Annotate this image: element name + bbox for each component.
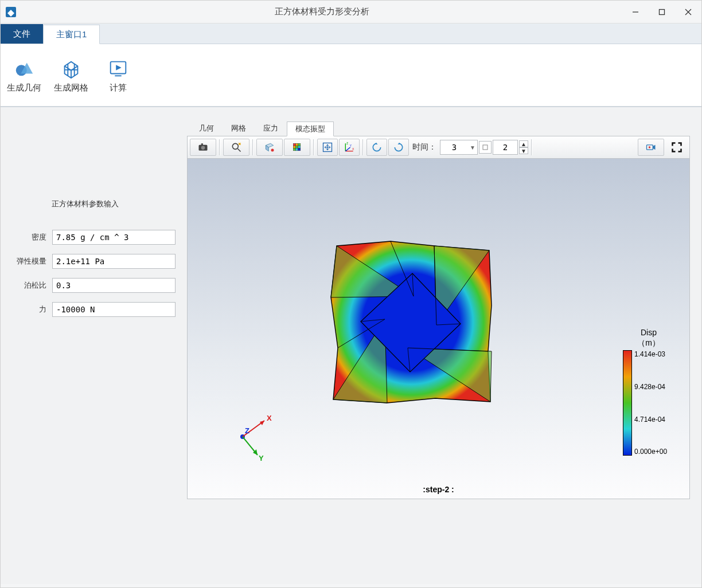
clip-plane-button[interactable] (256, 139, 283, 156)
svg-text:Z: Z (245, 426, 249, 435)
fullscreen-button[interactable] (666, 139, 687, 156)
svg-point-11 (201, 146, 205, 150)
svg-marker-8 (116, 65, 122, 70)
viewport-tab-stress[interactable]: 应力 (255, 121, 287, 136)
svg-line-14 (238, 149, 241, 152)
svg-text:Z: Z (346, 142, 348, 145)
svg-rect-23 (296, 148, 298, 151)
app-icon (4, 5, 18, 19)
fit-view-button[interactable] (317, 139, 338, 156)
zoom-button[interactable] (223, 139, 249, 156)
svg-rect-20 (296, 146, 298, 148)
form-row-elastic-modulus: 弹性模量 (12, 254, 176, 269)
svg-point-13 (232, 143, 238, 149)
viewport-tabs: 几何 网格 应力 模态振型 (190, 122, 690, 136)
colormap-ticks: 1.414e-03 9.428e-04 4.714e-04 0.000e+00 (634, 350, 667, 456)
svg-text:Y: Y (259, 454, 264, 462)
svg-text:X: X (352, 147, 354, 151)
force-label: 力 (12, 304, 52, 315)
toolbar-separator (219, 139, 220, 155)
colormap-button[interactable] (284, 139, 310, 156)
svg-marker-33 (397, 143, 399, 144)
generate-mesh-button[interactable]: 生成网格 (48, 44, 95, 106)
generate-geometry-label: 生成几何 (7, 83, 41, 93)
axis-view-button[interactable]: ZXY (339, 139, 360, 156)
form-row-density: 密度 (12, 230, 176, 245)
next-step-button[interactable] (388, 139, 409, 156)
svg-rect-22 (293, 148, 295, 151)
svg-rect-17 (296, 143, 298, 146)
minimize-button[interactable] (622, 1, 649, 23)
svg-point-37 (649, 146, 650, 148)
toolbar-separator (531, 139, 532, 155)
viewport-tab-geometry[interactable]: 几何 (190, 121, 223, 136)
ribbon-toolbar: 生成几何 生成网格 计算 (1, 44, 701, 107)
spin-up-button[interactable]: ▲ (519, 140, 528, 147)
svg-rect-12 (201, 143, 203, 145)
poisson-ratio-label: 泊松比 (12, 280, 52, 291)
form-row-poisson-ratio: 泊松比 (12, 278, 176, 293)
close-button[interactable] (675, 1, 701, 23)
svg-text:X: X (267, 414, 272, 422)
content-area: 正方体材料参数输入 密度 弹性模量 泊松比 力 几何 网格 (1, 107, 701, 584)
svg-rect-34 (483, 145, 487, 150)
viewport-3d[interactable]: X Y Z Disp （m） (187, 159, 690, 499)
time-value-input[interactable] (440, 140, 478, 155)
toolbar-separator (362, 139, 364, 155)
time-dropdown[interactable]: ▼ (440, 140, 478, 155)
generate-geometry-button[interactable]: 生成几何 (1, 44, 48, 106)
parameter-panel: 正方体材料参数输入 密度 弹性模量 泊松比 力 (1, 107, 187, 584)
compute-label: 计算 (110, 83, 127, 93)
viewport-frame: ZXY 时间： ▼ (187, 136, 690, 499)
orientation-triad: X Y Z (228, 413, 285, 464)
svg-marker-32 (376, 143, 377, 144)
window-buttons (622, 1, 701, 23)
svg-rect-21 (298, 146, 301, 148)
svg-point-15 (271, 149, 274, 152)
colormap-bar (623, 350, 632, 456)
viewport-column: 几何 网格 应力 模态振型 (187, 107, 701, 584)
app-window: 正方体材料受力形变分析 文件 主窗口1 生成几何 生成网格 计算 (0, 0, 702, 588)
step-label: :step-2 : (188, 485, 689, 494)
elastic-modulus-label: 弹性模量 (12, 256, 52, 266)
titlebar: 正方体材料受力形变分析 (1, 1, 701, 23)
colormap-title: Disp （m） (623, 327, 674, 348)
density-input[interactable] (52, 230, 176, 245)
svg-line-30 (345, 147, 350, 151)
viewport-toolbar: ZXY 时间： ▼ (187, 136, 690, 159)
svg-rect-18 (298, 143, 301, 146)
svg-rect-24 (298, 148, 301, 151)
viewport-tab-mode-shape[interactable]: 模态振型 (287, 121, 334, 136)
svg-rect-2 (660, 9, 665, 14)
force-input[interactable] (52, 302, 176, 317)
deformed-mesh-plot (327, 239, 494, 405)
snapshot-button[interactable] (190, 139, 216, 156)
elastic-modulus-input[interactable] (52, 254, 176, 269)
parameter-panel-title: 正方体材料参数输入 (12, 199, 176, 209)
window-title: 正方体材料受力形变分析 (21, 6, 622, 17)
form-row-force: 力 (12, 302, 176, 317)
generate-mesh-label: 生成网格 (54, 83, 88, 93)
menu-tabs: 文件 主窗口1 (1, 23, 701, 44)
stop-button[interactable] (479, 141, 492, 154)
density-label: 密度 (12, 232, 52, 242)
spin-down-button[interactable]: ▼ (519, 147, 528, 154)
tab-main-window-1[interactable]: 主窗口1 (43, 25, 100, 44)
maximize-button[interactable] (649, 1, 675, 23)
prev-step-button[interactable] (366, 139, 387, 156)
svg-rect-19 (293, 146, 295, 148)
colormap-legend: Disp （m） 1.414e-03 9.428e-04 4.714e-04 0… (623, 327, 674, 456)
tab-file[interactable]: 文件 (1, 24, 43, 44)
footer (1, 584, 701, 587)
compute-button[interactable]: 计算 (95, 44, 142, 106)
record-button[interactable] (638, 139, 664, 156)
svg-rect-16 (293, 143, 295, 146)
ribbon-group: 生成几何 生成网格 计算 (1, 44, 142, 106)
poisson-ratio-input[interactable] (52, 278, 176, 293)
toolbar-separator (252, 139, 253, 155)
toolbar-separator (313, 139, 314, 155)
spin-value-input[interactable] (493, 140, 518, 155)
time-label: 时间： (412, 142, 436, 152)
viewport-tab-mesh[interactable]: 网格 (223, 121, 255, 136)
